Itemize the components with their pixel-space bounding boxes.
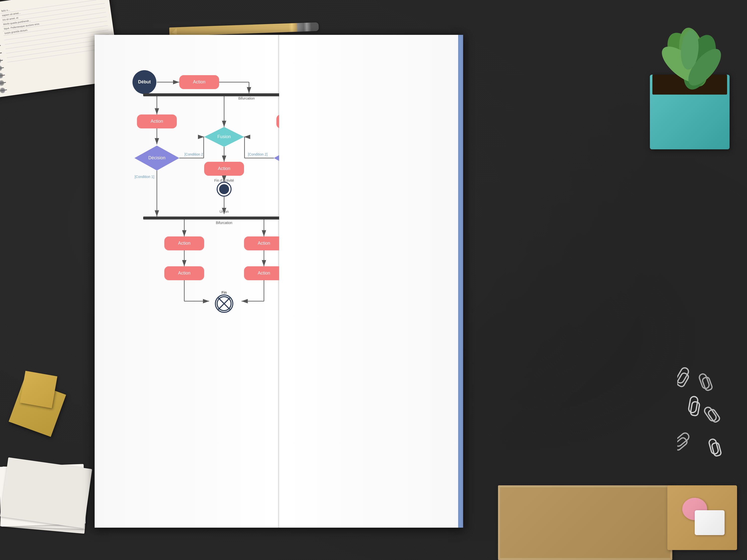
action-label-4: Action — [218, 166, 230, 171]
plant-leaves-svg — [642, 10, 737, 149]
action-label-5: Action — [178, 241, 190, 246]
decision-label-1: Décision — [148, 155, 165, 160]
wood-tray-prop — [667, 485, 737, 550]
paperclips-prop — [677, 361, 727, 460]
page-right — [279, 35, 463, 528]
condition-1-left: [Condition 1] — [135, 175, 154, 179]
action-label-2: Action — [151, 119, 163, 124]
spiral-ring — [0, 50, 0, 56]
svg-rect-12 — [703, 406, 717, 422]
binding-right — [458, 35, 463, 528]
condition-2-left: [Condition 2] — [184, 152, 204, 156]
spiral-ring — [0, 58, 1, 64]
svg-rect-11 — [690, 401, 700, 416]
spiral-ring — [0, 65, 2, 72]
action-label-8: Action — [258, 270, 270, 275]
wood-frame-prop — [498, 485, 672, 560]
condition-2-right: [Condition 2] — [248, 152, 268, 156]
svg-rect-10 — [688, 396, 698, 413]
wood-block-inner — [20, 371, 57, 408]
start-label: Début — [138, 79, 151, 84]
bifurcation-label-1: Bifurcation — [238, 96, 255, 100]
spiral-ring — [0, 87, 5, 94]
fin-label: Fin — [222, 290, 227, 294]
fusion-label: Fusion — [217, 134, 231, 139]
spiral-ring — [0, 80, 4, 86]
action-label-7: Action — [178, 270, 190, 275]
bifurcation-label-2: Bifurcation — [216, 221, 232, 225]
union-label: Union — [220, 210, 229, 214]
fin-activite-inner — [219, 184, 229, 194]
plant-container-prop — [642, 10, 737, 149]
main-paper: Début Action Bifurcation Action — [95, 35, 463, 528]
paperclips-svg — [677, 361, 727, 460]
spiral-ring — [0, 73, 3, 79]
action-label-6: Action — [258, 241, 270, 246]
paper-stack-prop — [0, 465, 95, 535]
eraser-white-prop — [695, 510, 725, 535]
svg-rect-13 — [707, 408, 721, 423]
page-left: Début Action Bifurcation Action — [95, 35, 279, 528]
action-label-1: Action — [193, 79, 205, 84]
